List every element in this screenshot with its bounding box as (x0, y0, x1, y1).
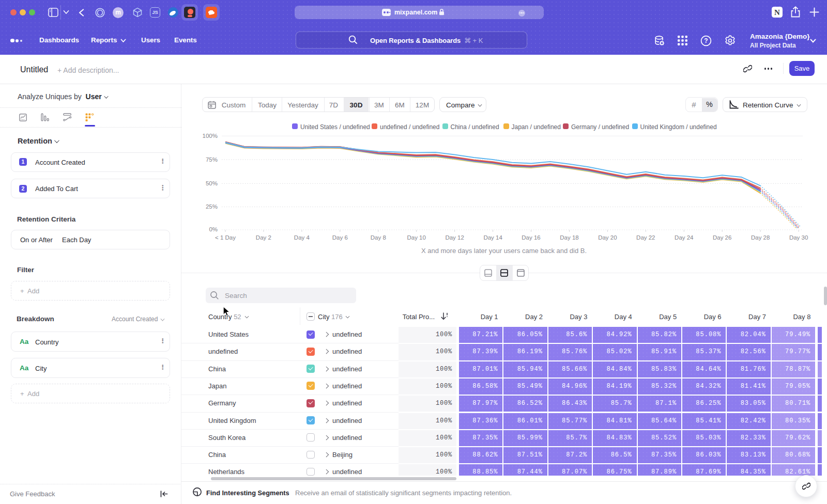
svg-text:?: ? (704, 37, 708, 44)
